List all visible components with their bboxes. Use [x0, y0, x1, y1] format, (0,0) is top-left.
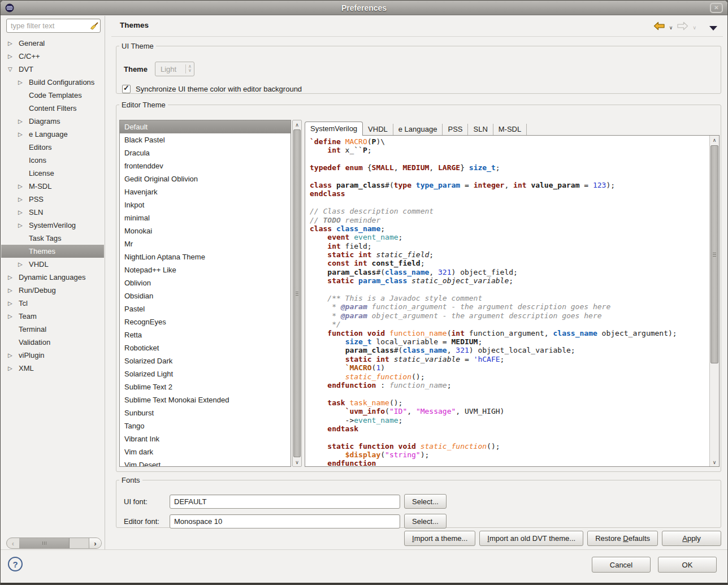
tree-item-build-configurations[interactable]: ▷Build Configurations [1, 76, 104, 89]
tree-item-icons[interactable]: Icons [1, 154, 104, 167]
tree-item-content-filters[interactable]: Content Filters [1, 102, 104, 115]
theme-item-nightlion-aptana-theme[interactable]: NightLion Aptana Theme [120, 250, 291, 263]
tree-item-license[interactable]: License [1, 167, 104, 180]
titlebar[interactable]: Preferences ✕ [1, 1, 727, 15]
theme-item-minimal[interactable]: minimal [120, 211, 291, 224]
theme-item-notepad-like[interactable]: Notepad++ Like [120, 263, 291, 276]
editor-font-input[interactable] [170, 514, 400, 528]
tree-item-diagrams[interactable]: ▷Diagrams [1, 115, 104, 128]
restore-defaults-button[interactable]: Restore Defaults [587, 531, 658, 546]
expanded-arrow-icon[interactable]: ▽ [8, 66, 17, 72]
theme-item-roboticket[interactable]: Roboticket [120, 341, 291, 354]
theme-item-monokai[interactable]: Monokai [120, 224, 291, 237]
tree-item-c-c[interactable]: ▷C/C++ [1, 50, 104, 63]
import-old-dvt-theme-button[interactable]: Import an old DVT theme... [479, 531, 583, 546]
scrollbar-track[interactable] [19, 538, 89, 548]
theme-item-vim-desert[interactable]: Vim Desert [120, 458, 291, 467]
tree-item-dynamic-languages[interactable]: ▷Dynamic Languages [1, 271, 104, 284]
tab-e-language[interactable]: e Language [393, 124, 443, 135]
scrollbar-thumb[interactable] [710, 145, 718, 363]
theme-item-solarized-light[interactable]: Solarized Light [120, 367, 291, 380]
tree-item-team[interactable]: ▷Team [1, 310, 104, 323]
scroll-up-button[interactable]: ∧ [293, 120, 301, 129]
tree-item-terminal[interactable]: Terminal [1, 323, 104, 336]
clear-filter-icon[interactable] [89, 21, 100, 31]
collapsed-arrow-icon[interactable]: ▷ [8, 365, 17, 371]
tree-item-general[interactable]: ▷General [1, 37, 104, 50]
collapsed-arrow-icon[interactable]: ▷ [18, 118, 27, 124]
cancel-button[interactable]: Cancel [592, 557, 651, 573]
tree-item-viplugin[interactable]: ▷viPlugin [1, 349, 104, 362]
theme-item-sublime-text-2[interactable]: Sublime Text 2 [120, 380, 291, 393]
tree-item-editors[interactable]: Editors [1, 141, 104, 154]
tree-item-e-language[interactable]: ▷e Language [1, 128, 104, 141]
theme-item-obsidian[interactable]: Obsidian [120, 289, 291, 302]
help-button[interactable]: ? [8, 557, 23, 571]
tree-item-task-tags[interactable]: Task Tags [1, 232, 104, 245]
theme-item-solarized-dark[interactable]: Solarized Dark [120, 354, 291, 367]
sync-checkbox-row[interactable]: ✓ Synchronize UI theme color with editor… [122, 85, 302, 93]
tree-item-run-debug[interactable]: ▷Run/Debug [1, 284, 104, 297]
theme-item-oblivion[interactable]: Oblivion [120, 276, 291, 289]
ui-font-input[interactable] [170, 495, 400, 509]
collapsed-arrow-icon[interactable]: ▷ [18, 222, 27, 228]
collapsed-arrow-icon[interactable]: ▷ [8, 300, 17, 306]
collapsed-arrow-icon[interactable]: ▷ [18, 209, 27, 215]
apply-button[interactable]: Apply [662, 531, 721, 546]
tree-item-systemverilog[interactable]: ▷SystemVerilog [1, 219, 104, 232]
tree-item-xml[interactable]: ▷XML [1, 362, 104, 375]
tree-item-tcl[interactable]: ▷Tcl [1, 297, 104, 310]
scrollbar-thumb[interactable] [293, 129, 301, 457]
back-history-chevron-icon[interactable]: ∨ [669, 25, 673, 31]
collapsed-arrow-icon[interactable]: ▷ [18, 196, 27, 202]
theme-select[interactable]: Light ∧∨ [155, 62, 194, 76]
theme-item-inkpot[interactable]: Inkpot [120, 198, 291, 211]
back-arrow-icon[interactable] [653, 21, 665, 33]
tab-sln[interactable]: SLN [468, 124, 493, 135]
tree-item-sln[interactable]: ▷SLN [1, 206, 104, 219]
theme-item-vim-dark[interactable]: Vim dark [120, 445, 291, 458]
scrollbar-thumb[interactable] [19, 538, 70, 548]
close-button[interactable]: ✕ [710, 3, 723, 13]
theme-item-mr[interactable]: Mr [120, 237, 291, 250]
scroll-up-button[interactable]: ∧ [710, 136, 719, 144]
code-scrollbar[interactable]: ∧ ∨ [709, 136, 719, 466]
theme-item-havenjark[interactable]: Havenjark [120, 185, 291, 198]
sync-checkbox[interactable]: ✓ [122, 85, 131, 93]
scroll-down-button[interactable]: ∨ [710, 458, 719, 466]
collapsed-arrow-icon[interactable]: ▷ [8, 274, 17, 280]
theme-item-pastel[interactable]: Pastel [120, 302, 291, 315]
scroll-right-button[interactable]: › [89, 538, 101, 548]
editor-font-select-button[interactable]: Select... [404, 514, 447, 528]
collapsed-arrow-icon[interactable]: ▷ [18, 183, 27, 189]
theme-item-dracula[interactable]: Dracula [120, 146, 291, 159]
tree-item-vhdl[interactable]: ▷VHDL [1, 258, 104, 271]
collapsed-arrow-icon[interactable]: ▷ [8, 40, 17, 46]
tree-item-code-templates[interactable]: Code Templates [1, 89, 104, 102]
collapsed-arrow-icon[interactable]: ▷ [18, 131, 27, 137]
scroll-down-button[interactable]: ∨ [293, 458, 301, 466]
theme-item-recogneyes[interactable]: RecognEyes [120, 315, 291, 328]
theme-item-vibrant-ink[interactable]: Vibrant Ink [120, 432, 291, 445]
theme-item-sunburst[interactable]: Sunburst [120, 406, 291, 419]
theme-item-black-pastel[interactable]: Black Pastel [120, 133, 291, 146]
import-theme-button[interactable]: Import a theme... [404, 531, 475, 546]
theme-item-sublime-text-monokai-extended[interactable]: Sublime Text Monokai Extended [120, 393, 291, 406]
tab-pss[interactable]: PSS [443, 124, 468, 135]
ui-font-select-button[interactable]: Select... [404, 494, 447, 509]
tree-item-dvt[interactable]: ▽DVT [1, 63, 104, 76]
tab-vhdl[interactable]: VHDL [363, 124, 393, 135]
scroll-left-button[interactable]: ‹ [7, 538, 19, 548]
theme-item-frontenddev[interactable]: frontenddev [120, 159, 291, 172]
collapsed-arrow-icon[interactable]: ▷ [8, 287, 17, 293]
tree-item-pss[interactable]: ▷PSS [1, 193, 104, 206]
collapsed-arrow-icon[interactable]: ▷ [18, 261, 27, 267]
tab-systemverilog[interactable]: SystemVerilog [305, 122, 363, 136]
tree-item-themes[interactable]: Themes [1, 245, 104, 258]
collapsed-arrow-icon[interactable]: ▷ [8, 352, 17, 358]
view-menu-icon[interactable] [709, 26, 717, 31]
tree-item-validation[interactable]: Validation [1, 336, 104, 349]
tree-horizontal-scrollbar[interactable]: ‹ › [6, 538, 102, 549]
theme-item-tango[interactable]: Tango [120, 419, 291, 432]
collapsed-arrow-icon[interactable]: ▷ [18, 79, 27, 85]
